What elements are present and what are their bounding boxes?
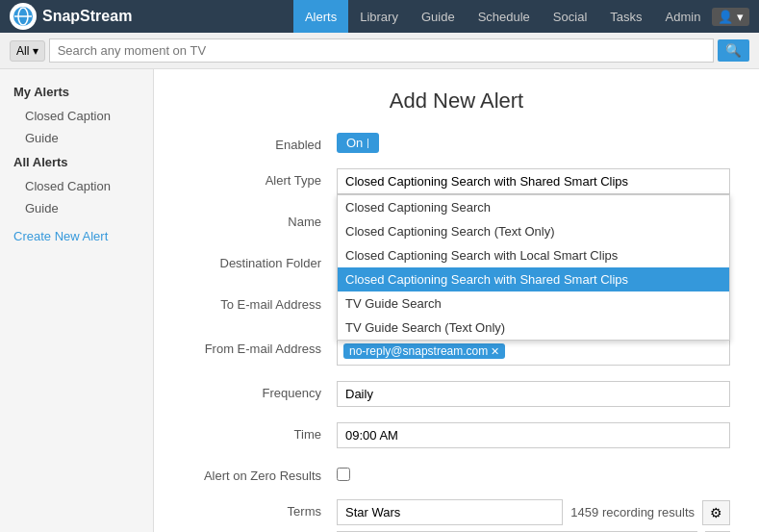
alert-type-menu: Closed Captioning Search Closed Captioni… (337, 194, 730, 341)
nav-tab-guide[interactable]: Guide (410, 0, 467, 33)
logo-text: SnapStream (42, 8, 132, 25)
time-row: Time (183, 422, 730, 448)
zero-results-row: Alert on Zero Results (183, 464, 730, 484)
from-email-row: From E-mail Address no-reply@snapstream.… (183, 337, 730, 366)
create-new-alert-link[interactable]: Create New Alert (0, 223, 153, 249)
main-layout: My Alerts Closed Caption Guide All Alert… (0, 69, 759, 532)
logo-icon (10, 3, 37, 30)
from-email-tag-1-remove[interactable]: ✕ (491, 345, 499, 358)
time-input[interactable] (337, 422, 730, 448)
option-cc-shared[interactable]: Closed Captioning Search with Shared Sma… (338, 267, 729, 291)
nav-tab-library[interactable]: Library (348, 0, 410, 33)
alert-type-value: Closed Captioning Search with Shared Sma… (345, 174, 628, 189)
toggle-indicator: | (367, 138, 369, 148)
search-filter-label: All ▾ (16, 44, 38, 58)
enabled-toggle[interactable]: On | (337, 133, 379, 153)
sidebar: My Alerts Closed Caption Guide All Alert… (0, 69, 154, 532)
search-bar: All ▾ 🔍 (0, 33, 759, 69)
terms-label: Terms (183, 499, 337, 519)
alert-type-dropdown[interactable]: Closed Captioning Search with Shared Sma… (337, 168, 730, 194)
from-email-control: no-reply@snapstream.com ✕ (337, 337, 730, 366)
user-menu-button[interactable]: 👤 ▾ (712, 8, 749, 26)
content-area: Add New Alert Enabled On | Alert Type Cl… (154, 69, 759, 532)
nav-tabs: Alerts Library Guide Schedule Social Tas… (293, 0, 749, 33)
terms-input[interactable] (337, 499, 563, 525)
recording-results-count: 1459 recording results (570, 505, 695, 519)
option-tv-guide-text[interactable]: TV Guide Search (Text Only) (338, 316, 729, 340)
terms-row: Terms 1459 recording results ⚙ + (183, 499, 730, 532)
nav-tab-social[interactable]: Social (542, 0, 598, 33)
sidebar-item-all-closed-caption[interactable]: Closed Caption (0, 175, 153, 197)
search-filter-dropdown[interactable]: All ▾ (10, 40, 45, 62)
option-cc-search[interactable]: Closed Captioning Search (338, 195, 729, 219)
logo-area: SnapStream (10, 3, 132, 30)
alert-type-label: Alert Type (183, 168, 337, 188)
terms-settings-button[interactable]: ⚙ (702, 500, 730, 525)
enabled-row: Enabled On | (183, 133, 730, 153)
nav-tab-alerts[interactable]: Alerts (293, 0, 348, 33)
option-cc-text-only[interactable]: Closed Captioning Search (Text Only) (338, 219, 729, 243)
option-tv-guide[interactable]: TV Guide Search (338, 291, 729, 316)
my-alerts-group: My Alerts (0, 79, 153, 105)
to-email-label: To E-mail Address (183, 292, 337, 312)
frequency-label: Frequency (183, 381, 337, 400)
time-control (337, 422, 730, 448)
all-alerts-group: All Alerts (0, 149, 153, 175)
frequency-input[interactable] (337, 381, 730, 407)
enabled-control: On | (337, 133, 730, 153)
enabled-label: Enabled (183, 133, 337, 152)
frequency-control (337, 381, 730, 407)
nav-tab-tasks[interactable]: Tasks (598, 0, 653, 33)
zero-results-checkbox[interactable] (337, 468, 350, 481)
zero-results-control (337, 464, 730, 484)
sidebar-item-my-closed-caption[interactable]: Closed Caption (0, 105, 153, 127)
from-email-tag-input[interactable]: no-reply@snapstream.com ✕ (337, 337, 730, 366)
alert-type-control: Closed Captioning Search with Shared Sma… (337, 168, 730, 194)
sidebar-item-all-guide[interactable]: Guide (0, 197, 153, 219)
frequency-row: Frequency (183, 381, 730, 407)
terms-control: 1459 recording results ⚙ + (337, 499, 730, 532)
name-label: Name (183, 210, 337, 229)
time-label: Time (183, 422, 337, 442)
zero-results-label: Alert on Zero Results (183, 464, 337, 483)
search-input[interactable] (49, 38, 714, 63)
alert-type-display[interactable]: Closed Captioning Search with Shared Sma… (337, 168, 730, 194)
search-button[interactable]: 🔍 (718, 39, 749, 62)
sidebar-item-my-guide[interactable]: Guide (0, 127, 153, 149)
nav-tab-admin[interactable]: Admin (654, 0, 713, 33)
from-email-tag-1: no-reply@snapstream.com ✕ (343, 343, 505, 359)
from-email-label: From E-mail Address (183, 337, 337, 356)
page-title: Add New Alert (183, 89, 730, 114)
terms-entry-wrap: 1459 recording results ⚙ (337, 499, 730, 525)
alert-type-row: Alert Type Closed Captioning Search with… (183, 168, 730, 194)
destination-label: Destination Folder (183, 251, 337, 270)
app-header: SnapStream Alerts Library Guide Schedule… (0, 0, 759, 33)
nav-tab-schedule[interactable]: Schedule (467, 0, 542, 33)
option-cc-local[interactable]: Closed Captioning Search with Local Smar… (338, 243, 729, 267)
